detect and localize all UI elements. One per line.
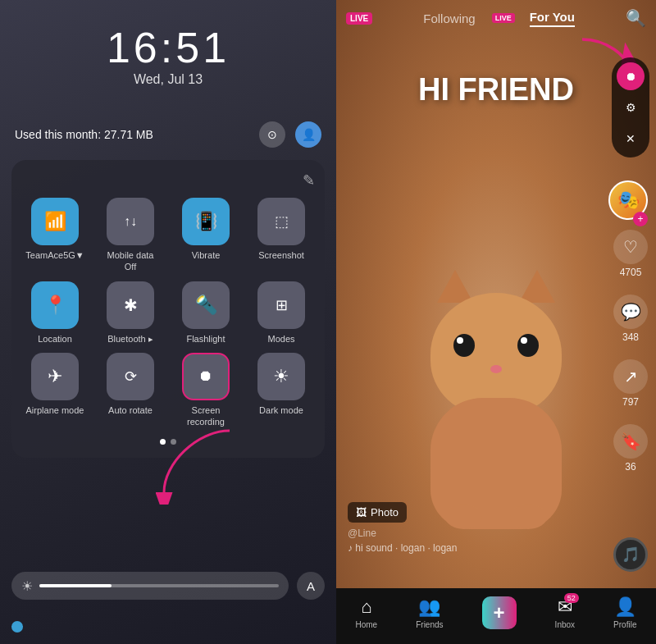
comments-count: 348	[622, 331, 639, 343]
mobile-data-icon: ↑↓	[107, 198, 154, 245]
tile-mobile[interactable]: ↑↓ Mobile dataOff	[97, 198, 164, 273]
tile-darkmode[interactable]: ☀ Dark mode	[248, 353, 315, 428]
tile-airplane[interactable]: ✈ Airplane mode	[21, 353, 89, 428]
tile-wifi[interactable]: 📶 TeamAce5G▼	[21, 198, 89, 273]
friends-icon: 👥	[418, 596, 440, 618]
profile-nav-icon: 👤	[614, 596, 636, 618]
tile-modes[interactable]: ⊞ Modes	[248, 281, 315, 345]
cat-illustration	[422, 293, 570, 523]
heart-icon: ♡	[613, 230, 648, 264]
creator-name: @Line	[348, 528, 457, 539]
tile-bluetooth-label: Bluetooth ▸	[107, 333, 153, 345]
live-badge2: LIVE	[492, 13, 515, 23]
cat-eye-left	[453, 334, 475, 357]
tab-foryou[interactable]: For You	[530, 10, 575, 27]
right-panel: HI FRIEND LIVE Following LIVE For You 🔍	[336, 0, 656, 644]
tile-screenrecord[interactable]: ⏺ Screenrecording	[172, 353, 239, 428]
tile-vibrate-label: Vibrate	[192, 249, 221, 261]
screenrecord-icon: ⏺	[182, 353, 230, 400]
tiktok-bottomnav: ⌂ Home 👥 Friends + ✉ 52 Inbox 👤 Profile	[336, 588, 656, 644]
shares-action[interactable]: ↗ 797	[613, 359, 648, 408]
photo-icon: 🖼	[356, 506, 367, 518]
friends-label: Friends	[416, 620, 443, 629]
cat-paw-left	[445, 505, 482, 529]
toolbar-close-button[interactable]: ✕	[617, 125, 645, 153]
tile-screenshot-label: Screenshot	[258, 249, 304, 261]
creator-info: @Line ♪ hi sound · logan · logan	[348, 528, 457, 554]
nav-friends[interactable]: 👥 Friends	[416, 596, 443, 629]
airplane-icon: ✈	[31, 353, 79, 400]
tile-modes-label: Modes	[267, 333, 294, 345]
likes-count: 4705	[620, 267, 642, 278]
cat-ear-right	[519, 270, 555, 303]
search-icon[interactable]: 🔍	[626, 8, 646, 28]
tile-airplane-label: Airplane mode	[26, 404, 84, 416]
bluetooth-icon: ✱	[107, 281, 154, 329]
nav-profile[interactable]: 👤 Profile	[613, 596, 636, 629]
follow-plus-button[interactable]: +	[633, 212, 648, 226]
inbox-wrap: ✉ 52	[558, 596, 572, 618]
brightness-fill	[39, 584, 112, 587]
usage-text: Used this month: 27.71 MB	[15, 128, 153, 141]
lock-date: Wed, Jul 13	[0, 72, 336, 87]
brightness-track	[39, 584, 279, 587]
darkmode-icon: ☀	[257, 353, 305, 400]
saves-action[interactable]: 🔖 36	[613, 424, 648, 473]
live-badge: LIVE	[346, 12, 372, 25]
settings-icon[interactable]: ⊙	[259, 121, 285, 148]
home-label: Home	[356, 620, 378, 629]
music-disc[interactable]: 🎵	[613, 537, 648, 572]
tile-screenrecord-label: Screenrecording	[187, 404, 225, 428]
tile-flashlight-label: Flashlight	[186, 333, 225, 345]
tile-bluetooth[interactable]: ✱ Bluetooth ▸	[97, 281, 164, 345]
hi-friend-text: HI FRIEND	[336, 72, 656, 107]
profile-icon[interactable]: 👤	[295, 121, 321, 148]
tile-darkmode-label: Dark mode	[259, 404, 303, 416]
cat-body-lower	[430, 398, 562, 529]
wifi-icon: 📶	[31, 198, 79, 245]
nav-post[interactable]: +	[482, 596, 517, 629]
lock-time: 16:51	[0, 23, 336, 72]
home-icon: ⌂	[361, 596, 371, 618]
record-button[interactable]: ⏺	[617, 62, 645, 90]
record-toolbar: ⏺ ⚙ ✕	[612, 57, 649, 158]
cat-nose	[490, 365, 502, 373]
likes-action[interactable]: ♡ 4705	[613, 230, 648, 278]
font-button[interactable]: A	[297, 572, 325, 600]
brightness-slider[interactable]: ☀	[11, 572, 289, 600]
right-actions: ♡ 4705 💬 348 ↗ 797 🔖 36	[613, 230, 648, 473]
toolbar-settings-button[interactable]: ⚙	[617, 94, 645, 121]
modes-icon: ⊞	[257, 281, 305, 329]
saves-count: 36	[625, 461, 636, 473]
usage-icons: ⊙ 👤	[259, 121, 321, 148]
tile-flashlight[interactable]: 🔦 Flashlight	[172, 281, 239, 345]
tab-following[interactable]: Following	[423, 11, 475, 25]
tile-vibrate[interactable]: 📳 Vibrate	[172, 198, 239, 273]
edit-icon[interactable]: ✎	[303, 171, 315, 190]
autorotate-icon: ⟳	[107, 353, 154, 400]
qs-grid: 📶 TeamAce5G▼ ↑↓ Mobile dataOff 📳 Vibrate…	[21, 198, 315, 427]
usage-bar: Used this month: 27.71 MB ⊙ 👤	[15, 121, 321, 148]
location-icon: 📍	[31, 281, 79, 329]
qs-pagination	[21, 439, 315, 445]
photo-badge: 🖼 Photo	[348, 502, 407, 523]
screenshot-icon: ⬚	[257, 198, 305, 245]
nav-inbox[interactable]: ✉ 52 Inbox	[555, 596, 575, 629]
tile-autorotate[interactable]: ⟳ Auto rotate	[97, 353, 164, 428]
home-indicator[interactable]	[11, 621, 23, 633]
vibrate-icon: 📳	[182, 198, 230, 245]
post-icon: +	[482, 596, 517, 629]
inbox-badge: 52	[564, 593, 579, 603]
tile-location-label: Location	[38, 333, 72, 345]
brightness-icon: ☀	[21, 578, 33, 594]
tiktok-tabs: Following LIVE For You	[423, 10, 575, 27]
dot-2	[171, 439, 176, 445]
comments-action[interactable]: 💬 348	[613, 295, 648, 343]
tiktok-topbar: LIVE Following LIVE For You 🔍	[336, 0, 656, 36]
nav-home[interactable]: ⌂ Home	[356, 596, 378, 629]
shares-count: 797	[622, 396, 639, 408]
quick-settings-panel: ✎ 📶 TeamAce5G▼ ↑↓ Mobile dataOff 📳 Vibra…	[11, 160, 325, 458]
bookmark-icon: 🔖	[613, 424, 648, 459]
tile-screenshot[interactable]: ⬚ Screenshot	[248, 198, 315, 273]
tile-location[interactable]: 📍 Location	[21, 281, 89, 345]
